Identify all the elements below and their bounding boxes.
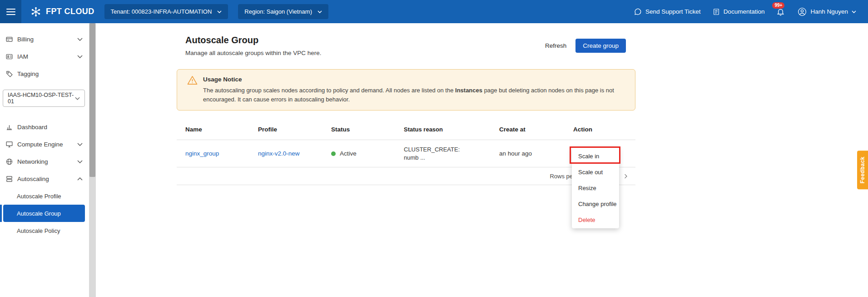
usage-notice: Usage Notice The autoscaling group scale… (177, 69, 635, 111)
menu-toggle-button[interactable] (0, 0, 21, 23)
user-name: Hanh Nguyen (810, 8, 848, 15)
sidebar-scrollbar[interactable] (89, 23, 96, 297)
column-header: Action (573, 126, 635, 133)
autoscaling-icon (5, 175, 17, 183)
support-ticket-label: Send Support Ticket (645, 8, 701, 15)
menu-item-resize[interactable]: Resize (572, 180, 619, 196)
table-header: Name Profile Status Status reason Create… (177, 119, 635, 140)
menu-item-delete[interactable]: Delete (572, 212, 619, 228)
group-name-link[interactable]: nginx_group (185, 150, 219, 157)
table-row: nginx_group nginx-v2.0-new Active CLUSTE… (177, 140, 635, 167)
status-reason: CLUSTER_CREATE: numb ... (404, 146, 499, 161)
sidebar-item-iam[interactable]: IAM (0, 48, 89, 65)
menu-icon (6, 8, 15, 15)
chevron-down-icon (77, 160, 83, 163)
sidebar-item-label: Networking (17, 158, 77, 165)
menu-item-scale-in[interactable]: Scale in (572, 148, 619, 164)
sidebar-item-autoscaling[interactable]: Autoscaling (0, 170, 89, 187)
refresh-button[interactable]: Refresh (545, 42, 566, 49)
sidebar-item-compute-engine[interactable]: Compute Engine (0, 136, 89, 153)
create-at: an hour ago (499, 150, 573, 157)
status-dot (331, 151, 336, 156)
chevron-up-icon (77, 177, 83, 181)
chat-icon (634, 8, 642, 16)
networking-icon (5, 158, 17, 166)
sidebar-item-label: Compute Engine (17, 141, 77, 148)
chevron-down-icon (77, 143, 83, 146)
sidebar-item-autoscale-group[interactable]: Autoscale Group (3, 205, 85, 222)
sidebar-subitem-label: Autoscale Group (17, 210, 61, 217)
caret-down-icon (317, 10, 322, 13)
sidebar-item-autoscale-profile[interactable]: Autoscale Profile (3, 187, 85, 205)
documentation-label: Documentation (724, 8, 765, 15)
billing-icon (5, 35, 17, 43)
sidebar-item-label: Autoscaling (17, 176, 77, 182)
user-icon (798, 7, 807, 16)
notice-body: The autoscaling group scales nodes accor… (203, 86, 628, 104)
table-footer: Rows per page: 25 (177, 167, 635, 185)
profile-link[interactable]: nginx-v2.0-new (258, 150, 300, 157)
caret-down-icon (217, 10, 222, 13)
status-label: Active (340, 150, 357, 157)
fpt-cloud-logo[interactable]: FPT CLOUD (29, 5, 94, 18)
sidebar-item-autoscale-policy[interactable]: Autoscale Policy (3, 222, 85, 239)
create-group-button[interactable]: Create group (575, 39, 626, 53)
main-content: Autoscale Group Manage all autoscale gro… (96, 23, 868, 297)
caret-down-icon (75, 97, 80, 100)
sidebar-subitem-label: Autoscale Profile (17, 193, 61, 200)
tenant-selector[interactable]: Tenant: 000823-INFRA-AUTOMATION (104, 4, 228, 19)
iam-icon (5, 53, 17, 60)
tenant-label: Tenant: 000823-INFRA-AUTOMATION (111, 8, 212, 15)
region-selector[interactable]: Region: Saigon (Vietnam) (238, 4, 328, 19)
sidebar-item-label: Dashboard (17, 124, 83, 131)
sidebar: Billing IAM Tagging IAAS-HCM10-OSP-TEST-… (0, 23, 89, 297)
column-header: Status reason (404, 126, 499, 134)
fpt-cloud-logo-icon (29, 5, 43, 18)
autoscale-group-table: Name Profile Status Status reason Create… (177, 119, 635, 185)
tag-icon (5, 70, 17, 78)
document-icon (713, 8, 720, 16)
next-page-button[interactable] (622, 173, 629, 180)
column-header: Create at (499, 126, 573, 133)
notifications-button[interactable]: 99+ (776, 7, 785, 16)
column-header: Name (177, 126, 258, 133)
notice-title: Usage Notice (203, 76, 628, 83)
sidebar-scrollbar-thumb[interactable] (89, 23, 95, 177)
page-subtitle: Manage all autoscale groups within the V… (185, 50, 321, 56)
documentation-link[interactable]: Documentation (713, 8, 765, 16)
sidebar-item-networking[interactable]: Networking (0, 153, 89, 170)
sidebar-item-billing[interactable]: Billing (0, 30, 89, 48)
page-title: Autoscale Group (185, 35, 321, 45)
top-navbar: FPT CLOUD Tenant: 000823-INFRA-AUTOMATIO… (0, 0, 868, 23)
user-menu[interactable]: Hanh Nguyen (798, 7, 856, 16)
sidebar-item-label: Tagging (17, 70, 83, 77)
sidebar-item-label: Billing (17, 36, 77, 43)
logo-text: FPT CLOUD (46, 7, 94, 16)
dashboard-icon (5, 123, 17, 131)
vpc-selector-value: IAAS-HCM10-OSP-TEST-01 (8, 92, 75, 105)
compute-engine-icon (5, 141, 17, 148)
chevron-down-icon (77, 55, 83, 58)
sidebar-item-tagging[interactable]: Tagging (0, 65, 89, 82)
column-header: Status (331, 126, 404, 133)
region-label: Region: Saigon (Vietnam) (244, 8, 312, 15)
menu-item-scale-out[interactable]: Scale out (572, 164, 619, 180)
vpc-selector[interactable]: IAAS-HCM10-OSP-TEST-01 (3, 90, 85, 107)
sidebar-item-dashboard[interactable]: Dashboard (0, 118, 89, 136)
bell-icon (776, 7, 785, 16)
sidebar-subitem-label: Autoscale Policy (17, 227, 60, 234)
chevron-down-icon (77, 38, 83, 41)
feedback-tab[interactable]: Feedback (857, 151, 868, 189)
caret-down-icon (852, 10, 856, 13)
notification-badge: 99+ (772, 2, 784, 9)
row-action-menu: Scale in Scale out Resize Change profile… (572, 148, 619, 228)
sidebar-item-label: IAM (17, 53, 77, 60)
warning-icon (187, 76, 198, 104)
support-ticket-link[interactable]: Send Support Ticket (634, 8, 701, 16)
menu-item-change-profile[interactable]: Change profile (572, 196, 619, 212)
column-header: Profile (258, 126, 331, 133)
